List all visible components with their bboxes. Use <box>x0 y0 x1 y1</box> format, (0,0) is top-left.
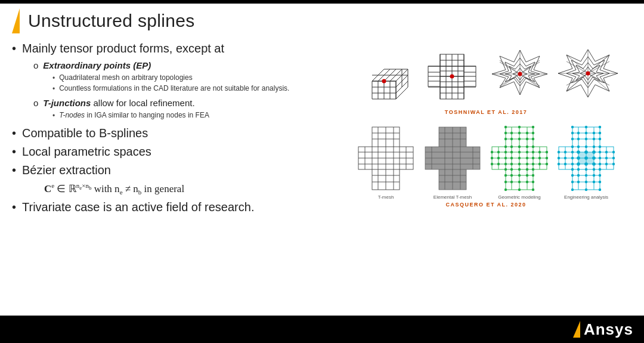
svg-point-154 <box>518 125 521 128</box>
bullet-5-label: Trivariate case is an active field of re… <box>22 199 254 215</box>
svg-point-193 <box>518 162 521 165</box>
svg-point-253 <box>585 137 587 140</box>
svg-point-243 <box>571 125 574 128</box>
svg-point-165 <box>532 137 534 140</box>
svg-point-252 <box>577 137 580 140</box>
svg-point-304 <box>585 188 587 190</box>
svg-point-72 <box>586 71 590 75</box>
svg-point-191 <box>504 162 507 165</box>
svg-point-265 <box>584 150 588 154</box>
ansys-text: Ansys <box>584 320 633 339</box>
svg-point-210 <box>518 180 521 183</box>
svg-point-175 <box>518 150 521 153</box>
svg-point-280 <box>564 162 566 165</box>
svg-point-292 <box>599 168 601 170</box>
bullet-dot-4: • <box>12 162 16 178</box>
svg-point-163 <box>518 137 521 140</box>
top-accent-bar <box>0 0 644 4</box>
svg-point-273 <box>577 156 580 160</box>
svg-point-289 <box>577 168 580 170</box>
top-image-row <box>340 45 632 108</box>
svg-point-158 <box>518 131 521 134</box>
mesh-shape-1 <box>351 45 417 108</box>
svg-point-261 <box>558 150 560 153</box>
svg-point-249 <box>593 131 595 134</box>
svg-point-155 <box>532 125 534 128</box>
svg-point-204 <box>510 174 513 176</box>
svg-point-178 <box>538 150 541 153</box>
svg-point-215 <box>532 188 534 190</box>
svg-point-197 <box>546 162 548 165</box>
tj-italic: T-junctions <box>43 98 91 108</box>
svg-point-157 <box>510 131 513 134</box>
svg-point-181 <box>497 156 500 159</box>
bullet-4: • Bézier extraction <box>12 162 346 178</box>
svg-point-245 <box>599 125 601 128</box>
tmesh-shape-4 <box>554 122 618 194</box>
svg-point-275 <box>592 156 596 160</box>
svg-point-214 <box>518 188 521 190</box>
bullet-2: • Compatible to B-splines <box>12 125 346 141</box>
sub-bullet-tj-label: T-junctions allow for local refinement. <box>43 97 194 109</box>
tmesh-3-container: Geometric modeling <box>487 122 552 200</box>
sub-bullet-tj: o T-junctions allow for local refinement… <box>33 97 346 109</box>
bullet-4-label: Bézier extraction <box>22 162 111 178</box>
svg-point-164 <box>526 137 528 140</box>
ss-label-1: Quadrilateral mesh on arbitrary topologi… <box>59 73 192 83</box>
svg-point-250 <box>599 131 601 134</box>
svg-point-159 <box>526 131 528 134</box>
svg-point-246 <box>571 131 574 134</box>
bullet-1: • Mainly tensor product forms, except at <box>12 41 346 57</box>
svg-point-277 <box>605 156 608 159</box>
svg-point-171 <box>491 150 493 153</box>
svg-point-212 <box>532 180 534 183</box>
svg-point-179 <box>546 150 548 153</box>
svg-point-294 <box>577 174 580 176</box>
svg-point-198 <box>504 168 507 170</box>
bullet-dot-2: • <box>12 125 16 141</box>
mesh-shape-3 <box>487 45 553 108</box>
svg-point-299 <box>577 180 580 183</box>
svg-point-186 <box>532 156 534 159</box>
svg-point-208 <box>504 180 507 183</box>
svg-point-166 <box>504 145 507 147</box>
formula-text: Ce ∈ ℝne×nb with ne ≠ nb in general <box>44 182 184 196</box>
svg-point-267 <box>599 150 601 153</box>
title-slash-icon <box>12 8 20 33</box>
bullet-dot-5: • <box>12 199 16 215</box>
tj-suffix: allow for local refinement. <box>91 98 194 108</box>
svg-point-302 <box>599 180 601 183</box>
svg-point-182 <box>504 156 507 159</box>
sub-sub-1: • Quadrilateral mesh on arbitrary topolo… <box>52 73 346 83</box>
ss-dot-2: • <box>52 85 55 93</box>
svg-point-192 <box>510 162 513 165</box>
svg-point-201 <box>526 168 528 170</box>
svg-point-207 <box>532 174 534 176</box>
svg-point-260 <box>599 145 601 147</box>
svg-point-194 <box>526 162 528 165</box>
main-content: • Mainly tensor product forms, except at… <box>12 41 346 313</box>
svg-point-272 <box>571 156 574 159</box>
svg-point-259 <box>593 145 595 147</box>
ansys-logo: Ansys <box>573 320 633 339</box>
svg-point-60 <box>518 72 522 76</box>
page-title: Unstructured splines <box>28 11 194 31</box>
svg-point-205 <box>518 174 521 176</box>
svg-point-255 <box>599 137 601 140</box>
svg-point-270 <box>558 156 560 159</box>
svg-point-170 <box>532 145 534 147</box>
svg-point-284 <box>592 162 596 166</box>
svg-point-180 <box>491 156 493 159</box>
tnodes-italic: T-nodes <box>59 111 85 119</box>
tmesh-shape-3 <box>487 122 552 194</box>
svg-point-160 <box>532 131 534 134</box>
svg-point-162 <box>510 137 513 140</box>
svg-point-156 <box>504 131 507 134</box>
svg-point-202 <box>532 168 534 170</box>
svg-point-200 <box>518 168 521 170</box>
bullet-2-label: Compatible to B-splines <box>22 125 148 141</box>
ansys-slash-icon <box>573 321 580 338</box>
svg-point-190 <box>497 162 500 165</box>
svg-point-195 <box>532 162 534 165</box>
svg-point-199 <box>510 168 513 170</box>
